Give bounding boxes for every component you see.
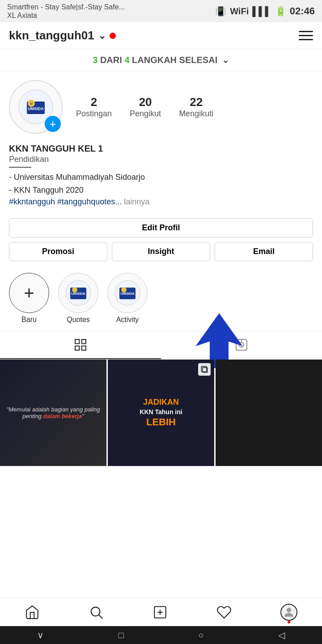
story-activity-image: UMSIDA [114,280,141,306]
story-baru-label: Baru [21,316,37,324]
dropdown-chevron[interactable]: ⌄ [98,30,106,42]
grid-post-3[interactable] [216,360,322,466]
hashtag-text: #kkntangguh #tangguhquotes... [9,197,122,206]
grid-post-2[interactable]: JADIKANKKN Tahun iniLEBIH [108,360,214,466]
profile-stats: 2 Postingan 20 Pengikut 22 Mengikuti [76,95,213,119]
time-display: 02:46 [290,5,315,17]
following-label: Mengikuti [179,109,213,118]
wifi-icon: WiFi [230,6,249,17]
steps-dari: DARI [100,55,122,65]
edit-profile-button[interactable]: Edit Profil [9,218,313,237]
posts-grid: "Memulai adalah bagian yang paling penti… [0,360,322,466]
action-buttons: Edit Profil Promosi Insight Email [0,214,322,266]
steps-banner[interactable]: 3 DARI 4 LANGKAH SELESAI ⌄ [0,49,322,71]
steps-total: 4 [124,55,129,65]
followers-count: 20 [130,95,161,109]
add-icon [153,605,168,620]
android-home[interactable]: ○ [198,630,203,640]
tagged-icon [234,338,249,352]
stat-following[interactable]: 22 Mengikuti [179,95,213,119]
svg-point-9 [72,287,77,292]
battery-icon: 🔋 [275,6,286,17]
heart-icon [216,605,232,620]
search-icon [89,605,104,620]
story-quotes-label: Quotes [67,316,90,324]
svg-text:U: U [30,102,32,105]
svg-line-24 [99,615,102,619]
stat-posts: 2 Postingan [76,95,112,119]
profile-name: KKN TANGGUH KEL 1 [9,144,313,154]
profile-nav-icon [282,606,296,619]
story-activity-circle[interactable]: UMSIDA [107,273,148,313]
svg-rect-14 [75,339,79,343]
profile-nav-avatar[interactable] [280,604,297,621]
story-activity-label: Activity [116,316,139,324]
signal-icon: ▌▌▌ [252,6,271,17]
username-text: kkn_tangguh01 [9,29,94,42]
post-2-text: JADIKANKKN Tahun iniLEBIH [135,393,186,432]
svg-point-13 [121,287,127,292]
home-icon [25,605,40,620]
svg-rect-15 [82,339,86,343]
hamburger-line [299,35,313,36]
bio-line-1: - Universitas Muhammadiyah Sidoarjo [9,171,313,183]
post-1-content: "Memulai adalah bagian yang paling penti… [0,360,106,466]
add-story-button[interactable]: + [9,273,49,313]
promosi-button[interactable]: Promosi [9,242,107,261]
hamburger-line [299,31,313,32]
tabs-section [0,331,322,360]
sim-icon: 📳 [215,6,226,17]
insight-button[interactable]: Insight [112,242,210,261]
android-down[interactable]: ∨ [37,630,44,640]
steps-chevron: ⌄ [222,55,229,65]
status-icons: 📳 WiFi ▌▌▌ 🔋 02:46 [215,5,315,17]
header: kkn_tangguh01 ⌄ [0,22,322,49]
post-1-text: "Memulai adalah bagian yang paling penti… [0,402,106,424]
notification-dot [110,33,116,39]
email-button[interactable]: Email [215,242,313,261]
svg-text:UMSIDA: UMSIDA [120,292,135,296]
nav-search[interactable] [89,605,104,620]
username-area[interactable]: kkn_tangguh01 ⌄ [9,29,116,42]
followers-label: Pengikut [130,109,161,118]
story-quotes[interactable]: UMSIDA Quotes [58,273,98,324]
status-bar: Smartfren - Stay Safe|sf.-Stay Safe... X… [0,0,322,22]
nav-add[interactable] [153,605,168,620]
multiple-icon [200,365,209,374]
svg-rect-16 [75,346,79,350]
android-nav: ∨ □ ○ ◁ [0,626,322,644]
steps-text: LANGKAH SELESAI [132,55,217,65]
bio-hashtags[interactable]: #kkntangguh #tangguhquotes... lainnya [9,197,313,207]
tab-grid[interactable] [0,331,161,359]
post-3-content [216,360,322,466]
posts-label: Postingan [76,109,112,118]
profile-active-dot [288,621,290,623]
more-link[interactable]: lainnya [124,197,149,206]
android-square[interactable]: □ [119,630,124,640]
menu-button[interactable] [299,31,313,40]
tab-tagged[interactable] [161,331,322,359]
bio-line-2: - KKN Tangguh 2020 [9,184,313,196]
svg-text:UMSIDA: UMSIDA [28,106,44,111]
stat-followers[interactable]: 20 Pengikut [130,95,161,119]
following-count: 22 [179,95,213,109]
secondary-buttons-row: Promosi Insight Email [9,242,313,261]
story-baru[interactable]: + Baru [9,273,49,324]
post-2-content: JADIKANKKN Tahun iniLEBIH [108,360,214,466]
bio-section: KKN TANGGUH KEL 1 Pendidikan - Universit… [0,138,322,214]
nav-profile[interactable] [280,604,297,621]
profile-section: UMSIDA U + 2 Postingan 20 Pengikut 22 Me… [0,71,322,138]
posts-count: 2 [76,95,112,109]
story-quotes-circle[interactable]: UMSIDA [58,273,98,313]
plus-icon: + [24,283,34,303]
svg-rect-17 [82,346,86,350]
nav-home[interactable] [25,605,40,620]
stories-section: + Baru UMSIDA Quotes UMSIDA Activity [0,266,322,331]
grid-post-1[interactable]: "Memulai adalah bagian yang paling penti… [0,360,106,466]
story-activity[interactable]: UMSIDA Activity [107,273,148,324]
profile-top: UMSIDA U + 2 Postingan 20 Pengikut 22 Me… [9,80,313,134]
hamburger-line [299,39,313,40]
nav-heart[interactable] [216,605,232,620]
add-photo-button[interactable]: + [45,116,61,132]
android-back[interactable]: ◁ [278,630,285,640]
